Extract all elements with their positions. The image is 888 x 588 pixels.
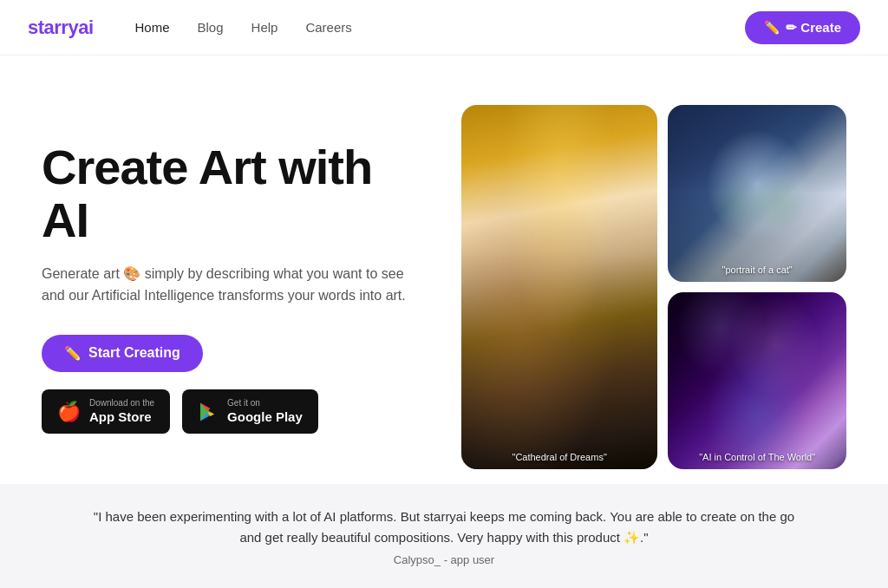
google-play-name: Google Play (227, 408, 303, 426)
cathedral-artwork: "Cathedral of Dreams" (461, 105, 657, 469)
navbar: starryai Home Blog Help Careers ✏️ ✏ Cre… (0, 0, 888, 56)
testimonial-author: Calypso_ - app user (394, 553, 494, 566)
testimonial-section: "I have been experimenting with a lot of… (0, 484, 888, 588)
nav-links: Home Blog Help Careers (135, 20, 746, 35)
hero-content: Create Art with AI Generate art 🎨 simply… (42, 140, 461, 434)
cat-label: "portrait of a cat" (668, 265, 846, 275)
logo-text-part2: ai (78, 16, 93, 38)
start-pencil-icon: ✏️ (64, 345, 82, 362)
google-play-text: Get it on Google Play (227, 398, 303, 426)
pencil-icon: ✏️ (764, 20, 780, 36)
google-play-button[interactable]: Get it on Google Play (182, 389, 318, 434)
hero-desc-line2: and our Artificial Intelligence transfor… (42, 288, 406, 303)
hero-section: Create Art with AI Generate art 🎨 simply… (0, 56, 888, 484)
create-button[interactable]: ✏️ ✏ Create (745, 11, 860, 44)
space-artwork: "AI in Control of The World" (668, 292, 846, 469)
app-store-button[interactable]: 🍎 Download on the App Store (42, 389, 170, 434)
create-label: ✏ Create (786, 20, 841, 36)
store-buttons: 🍎 Download on the App Store Get it on Go… (42, 389, 427, 434)
brand-logo[interactable]: starryai (28, 16, 94, 39)
testimonial-text: "I have been experimenting with a lot of… (87, 506, 801, 548)
logo-text-part1: starry (28, 16, 78, 38)
google-play-icon (198, 402, 219, 422)
artwork-left-col: "Cathedral of Dreams" (461, 105, 657, 469)
nav-help[interactable]: Help (251, 20, 278, 35)
app-store-text: Download on the App Store (89, 398, 154, 426)
space-label: "AI in Control of The World" (668, 452, 846, 462)
google-play-sub: Get it on (227, 398, 303, 408)
nav-blog[interactable]: Blog (198, 20, 224, 35)
app-store-name: App Store (89, 408, 154, 426)
apple-icon: 🍎 (57, 402, 81, 421)
start-creating-label: Start Creating (88, 345, 180, 361)
cathedral-label: "Cathedral of Dreams" (461, 452, 657, 462)
start-creating-button[interactable]: ✏️ Start Creating (42, 335, 203, 372)
nav-home[interactable]: Home (135, 20, 170, 35)
hero-title: Create Art with AI (42, 140, 427, 247)
nav-careers[interactable]: Careers (305, 20, 351, 35)
cat-artwork: "portrait of a cat" (668, 105, 846, 282)
hero-description: Generate art 🎨 simply by describing what… (42, 263, 406, 307)
artwork-right-col: "portrait of a cat" "AI in Control of Th… (668, 105, 846, 469)
hero-desc-line1: Generate art 🎨 simply by describing what… (42, 266, 404, 281)
app-store-sub: Download on the (89, 398, 154, 408)
hero-artwork: "Cathedral of Dreams" "portrait of a cat… (461, 105, 846, 469)
